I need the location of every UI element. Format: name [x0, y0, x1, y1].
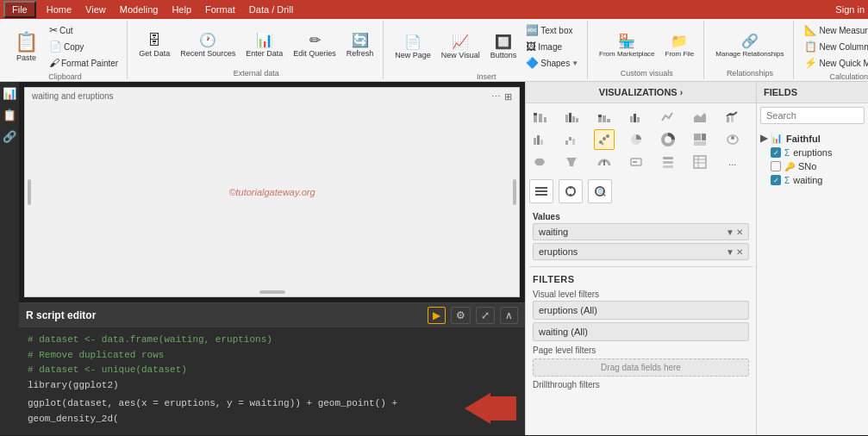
- data-drill-menu[interactable]: Data / Drill: [242, 3, 300, 16]
- menu-bar: File Home View Modeling Help Format Data…: [0, 0, 868, 19]
- collapse-script-button[interactable]: ∧: [500, 307, 518, 324]
- viz-pie[interactable]: [626, 129, 646, 150]
- get-data-button[interactable]: 🗄 Get Data: [134, 30, 174, 60]
- viz-treemap[interactable]: [690, 129, 710, 150]
- model-view-icon[interactable]: 🔗: [1, 128, 18, 145]
- copy-icon: 📄: [49, 40, 62, 53]
- svg-rect-19: [534, 138, 536, 145]
- expand-script-button[interactable]: ⤢: [476, 307, 495, 324]
- from-marketplace-button[interactable]: 🏪 From Marketplace: [595, 30, 659, 60]
- clipboard-items: 📋 Paste ✂ Cut 📄 Copy 🖌 Format Painter: [9, 22, 122, 71]
- enter-data-label: Enter Data: [246, 49, 283, 58]
- report-view-icon[interactable]: 📊: [1, 85, 18, 102]
- home-menu[interactable]: Home: [40, 3, 78, 16]
- recent-sources-button[interactable]: 🕐 Recent Sources: [176, 29, 240, 60]
- viz-waterfall[interactable]: [561, 129, 582, 150]
- viz-multi-row[interactable]: [658, 152, 678, 172]
- eruptions-remove-icon[interactable]: ✕: [736, 247, 743, 257]
- waiting-checkbox[interactable]: ✓: [771, 175, 781, 185]
- help-menu[interactable]: Help: [165, 3, 198, 16]
- viz-stacked-col[interactable]: [594, 107, 615, 128]
- faithful-dataset[interactable]: ▶ 📊 Faithful: [760, 131, 865, 146]
- insert-group: 📄 New Page 📈 New Visual 🔲 Buttons 🔤 Text…: [385, 21, 588, 79]
- edit-queries-button[interactable]: ✏ Edit Queries: [289, 29, 340, 60]
- modeling-menu[interactable]: Modeling: [113, 3, 165, 16]
- new-quick-measure-button[interactable]: ⚡ New Quick Measure: [801, 55, 868, 71]
- canvas-more-icon[interactable]: ⊞: [504, 91, 512, 103]
- viz-ribbon[interactable]: [529, 129, 550, 150]
- refresh-button[interactable]: 🔄 Refresh: [342, 29, 378, 60]
- canvas-resize-left[interactable]: [28, 179, 31, 205]
- buttons-button[interactable]: 🔲 Buttons: [486, 31, 521, 62]
- waiting-field-item[interactable]: ✓ Σ waiting: [760, 173, 865, 187]
- viz-stacked-bar[interactable]: [529, 107, 550, 128]
- cut-button[interactable]: ✂ Cut: [46, 22, 122, 38]
- canvas-resize-bottom[interactable]: [259, 290, 285, 294]
- canvas-resize-right[interactable]: [513, 179, 516, 205]
- viz-gauge[interactable]: [594, 152, 615, 172]
- eruptions-field-item[interactable]: ✓ Σ eruptions: [760, 146, 865, 159]
- search-input[interactable]: [760, 107, 865, 124]
- viz-scatter active[interactable]: [594, 129, 615, 150]
- viz-table[interactable]: [690, 152, 710, 172]
- from-file-button[interactable]: 📁 From File: [661, 30, 699, 60]
- get-data-label: Get Data: [139, 49, 170, 58]
- viz-clustered-col[interactable]: [626, 107, 646, 128]
- image-button[interactable]: 🖼 Image: [522, 39, 582, 54]
- eruptions-filter[interactable]: eruptions (All): [533, 301, 749, 320]
- viz-map[interactable]: [722, 129, 743, 150]
- svg-rect-13: [630, 116, 633, 122]
- viz-area[interactable]: [690, 107, 710, 128]
- shapes-button[interactable]: 🔷 Shapes ▼: [522, 55, 582, 71]
- new-measure-button[interactable]: 📐 New Measure: [801, 22, 868, 38]
- new-visual-button[interactable]: 📈 New Visual: [437, 31, 484, 62]
- viz-format-tool[interactable]: [559, 179, 583, 203]
- visualizations-tab[interactable]: VISUALIZATIONS ›: [526, 82, 756, 103]
- view-menu[interactable]: View: [78, 3, 113, 16]
- data-view-icon[interactable]: 📋: [1, 107, 18, 123]
- settings-script-button[interactable]: ⚙: [451, 307, 471, 324]
- viz-funnel[interactable]: [561, 152, 582, 172]
- svg-rect-51: [570, 194, 571, 196]
- text-box-button[interactable]: 🔤 Text box: [522, 22, 582, 38]
- format-painter-button[interactable]: 🖌 Format Painter: [46, 55, 122, 71]
- viz-more[interactable]: ...: [722, 152, 743, 172]
- viz-line[interactable]: [658, 107, 678, 128]
- run-script-button[interactable]: ▶: [428, 307, 446, 324]
- eruptions-checkbox[interactable]: ✓: [771, 147, 781, 158]
- viz-line-col[interactable]: [722, 107, 743, 128]
- enter-data-button[interactable]: 📊 Enter Data: [241, 29, 287, 60]
- waiting-dropdown-icon[interactable]: ▼: [726, 227, 734, 237]
- waiting-value-actions: ▼ ✕: [726, 227, 743, 237]
- svg-rect-23: [569, 137, 571, 140]
- viz-donut[interactable]: [658, 129, 678, 150]
- format-menu[interactable]: Format: [198, 3, 242, 16]
- manage-relationships-button[interactable]: 🔗 Manage Relationships: [711, 30, 788, 60]
- waiting-filter[interactable]: waiting (All): [533, 322, 749, 341]
- sign-in[interactable]: Sign in: [835, 4, 865, 15]
- eruptions-dropdown-icon[interactable]: ▼: [726, 247, 734, 257]
- copy-button[interactable]: 📄 Copy: [46, 39, 122, 54]
- script-line-3: # Remove duplicated rows: [28, 348, 516, 364]
- custom-visuals-group: 🏪 From Marketplace 📁 From File Custom vi…: [590, 21, 704, 79]
- sno-checkbox[interactable]: [771, 161, 781, 171]
- svg-rect-9: [598, 117, 602, 122]
- svg-rect-5: [565, 115, 568, 122]
- paste-button[interactable]: 📋 Paste: [9, 28, 44, 65]
- viz-filled-map[interactable]: [529, 152, 550, 172]
- file-menu[interactable]: File: [3, 1, 36, 18]
- viz-clustered-bar[interactable]: [561, 107, 582, 128]
- new-page-button[interactable]: 📄 New Page: [390, 31, 435, 62]
- viz-fields-tool[interactable]: [529, 179, 553, 203]
- new-page-icon: 📄: [404, 34, 422, 50]
- sno-field-item[interactable]: 🔑 SNo: [760, 159, 865, 173]
- new-column-button[interactable]: 📋 New Column: [801, 39, 868, 54]
- canvas-filter-icon[interactable]: ⋯: [491, 91, 501, 103]
- fields-panel-header: FIELDS: [757, 82, 868, 103]
- arrow-indicator: [465, 393, 516, 430]
- viz-analytics-tool[interactable]: 🔍: [588, 179, 612, 203]
- buttons-label: Buttons: [490, 51, 517, 59]
- paste-label: Paste: [16, 53, 36, 62]
- viz-card[interactable]: [626, 152, 646, 172]
- waiting-remove-icon[interactable]: ✕: [736, 227, 743, 237]
